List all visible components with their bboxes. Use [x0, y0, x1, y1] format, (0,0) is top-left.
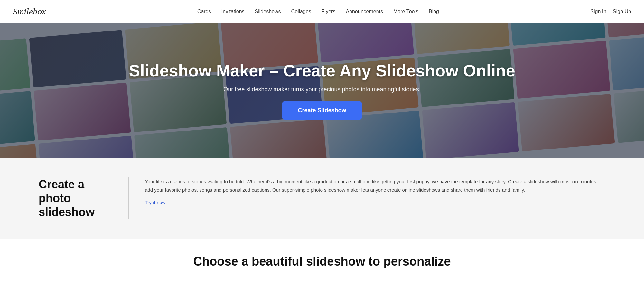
hero-content: Slideshow Maker – Create Any Slideshow O… — [122, 62, 521, 119]
info-right: Your life is a series of stories waiting… — [129, 177, 605, 205]
create-slideshow-button[interactable]: Create Slideshow — [282, 101, 361, 120]
nav-blog[interactable]: Blog — [429, 9, 439, 14]
bottom-heading: Choose a beautiful slideshow to personal… — [39, 255, 605, 268]
nav-slideshows[interactable]: Slideshows — [255, 9, 281, 14]
header: Smilebox Cards Invitations Slideshows Co… — [0, 0, 644, 23]
hero-section: Slideshow Maker – Create Any Slideshow O… — [0, 23, 644, 158]
nav-collages[interactable]: Collages — [291, 9, 311, 14]
info-left: Create a photo slideshow — [39, 177, 129, 219]
nav-invitations[interactable]: Invitations — [221, 9, 245, 14]
try-it-now-link[interactable]: Try it now — [145, 200, 165, 205]
hero-title: Slideshow Maker – Create Any Slideshow O… — [129, 62, 515, 80]
sign-up-link[interactable]: Sign Up — [613, 9, 631, 14]
nav-cards[interactable]: Cards — [197, 9, 211, 14]
info-body: Your life is a series of stories waiting… — [145, 177, 605, 194]
info-heading: Create a photo slideshow — [39, 177, 112, 219]
bottom-section: Choose a beautiful slideshow to personal… — [0, 239, 644, 278]
nav-announcements[interactable]: Announcements — [346, 9, 383, 14]
nav-flyers[interactable]: Flyers — [322, 9, 336, 14]
info-section: Create a photo slideshow Your life is a … — [0, 158, 644, 239]
auth-buttons: Sign In Sign Up — [590, 9, 631, 14]
main-nav: Cards Invitations Slideshows Collages Fl… — [197, 9, 439, 14]
hero-subtitle: Our free slideshow maker turns your prec… — [223, 86, 420, 93]
sign-in-link[interactable]: Sign In — [590, 9, 606, 14]
nav-more-tools[interactable]: More Tools — [393, 9, 418, 14]
logo[interactable]: Smilebox — [13, 6, 46, 17]
